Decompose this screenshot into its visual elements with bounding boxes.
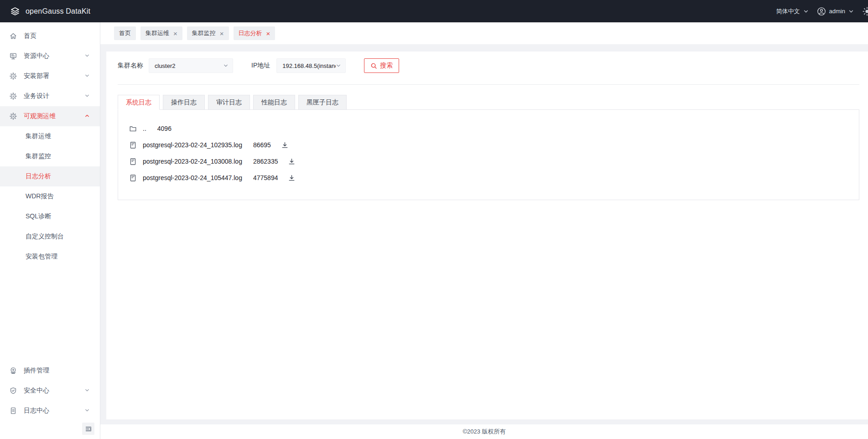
user-menu[interactable]: admin (817, 7, 854, 16)
sidebar-subitem-custom-console[interactable]: 自定义控制台 (0, 227, 100, 247)
sidebar-item-log-center[interactable]: 日志中心 (0, 401, 100, 421)
chevron-up-icon (84, 113, 90, 120)
chevron-down-icon (848, 9, 854, 14)
cluster-select[interactable]: cluster2 (149, 58, 233, 73)
sidebar-collapse-row (0, 421, 100, 439)
file-row[interactable]: postgresql-2023-02-24_103008.log 2862335 (129, 153, 859, 170)
sidebar-menu: 首页 资源中心 (0, 26, 100, 267)
download-icon (288, 174, 296, 182)
sidebar-item-label: 插件管理 (24, 367, 90, 375)
theme-toggle-sun-icon[interactable] (862, 6, 868, 16)
sidebar-subitem-label: 集群监控 (26, 152, 51, 160)
main-area: 首页 集群运维 × 集群监控 × 日志分析 × 集群名称 cluster2 (100, 22, 868, 439)
chevron-down-icon (84, 52, 90, 60)
language-switcher[interactable]: 简体中文 (776, 7, 809, 15)
page-tab-label: 日志分析 (239, 29, 262, 37)
file-row-parent-dir[interactable]: .. 4096 (129, 120, 859, 137)
file-name: postgresql-2023-02-24_103008.log (143, 158, 242, 165)
ip-address-label: IP地址 (251, 62, 270, 70)
cluster-select-value: cluster2 (155, 62, 176, 69)
file-size: 2862335 (253, 158, 278, 165)
copyright-text: ©2023 版权所有 (463, 428, 505, 436)
search-icon (370, 62, 377, 69)
log-type-tabs: 系统日志 操作日志 审计日志 性能日志 黑匣子日志 (118, 95, 859, 110)
log-tab-performance[interactable]: 性能日志 (253, 95, 295, 110)
sidebar-collapse-button[interactable] (82, 423, 94, 435)
page-tab-cluster-monitor[interactable]: 集群监控 × (187, 26, 229, 40)
close-icon[interactable]: × (220, 30, 224, 37)
file-row[interactable]: postgresql-2023-02-24_102935.log 86695 (129, 137, 859, 153)
sidebar-item-install-deploy[interactable]: 安装部署 (0, 66, 100, 86)
chevron-down-icon (84, 387, 90, 394)
file-icon (129, 174, 137, 182)
download-button[interactable] (288, 158, 296, 165)
sidebar: 首页 资源中心 (0, 22, 100, 439)
log-tab-blackbox[interactable]: 黑匣子日志 (298, 95, 347, 110)
brand: openGauss DataKit (9, 5, 90, 17)
sidebar-subitem-log-analysis[interactable]: 日志分析 (0, 166, 100, 186)
sidebar-item-home[interactable]: 首页 (0, 26, 100, 46)
log-tab-system[interactable]: 系统日志 (118, 95, 160, 110)
content-background: 集群名称 cluster2 IP地址 192.168.48.5(instance… (100, 44, 868, 424)
sidebar-item-business-design[interactable]: 业务设计 (0, 86, 100, 106)
log-tab-label: 性能日志 (261, 98, 287, 107)
file-row[interactable]: postgresql-2023-02-24_105447.log 4775894 (129, 170, 859, 186)
opengauss-logo-icon (9, 5, 21, 17)
page-tab-label: 首页 (119, 29, 131, 37)
sidebar-bottom-menu: 插件管理 安全中心 (0, 361, 100, 439)
gear-icon (9, 92, 17, 100)
document-icon (9, 407, 17, 415)
chevron-down-icon (84, 407, 90, 414)
topbar: openGauss DataKit 简体中文 admin (0, 0, 868, 22)
log-tab-operation[interactable]: 操作日志 (163, 95, 205, 110)
sidebar-subitem-label: 自定义控制台 (26, 232, 64, 241)
plugin-icon (9, 367, 17, 375)
log-tab-audit[interactable]: 审计日志 (208, 95, 250, 110)
log-tab-label: 审计日志 (216, 98, 242, 107)
sidebar-subitem-sql-diagnosis[interactable]: SQL诊断 (0, 207, 100, 227)
sidebar-item-observability-ops[interactable]: 可观测运维 (0, 106, 100, 126)
sidebar-subitem-label: SQL诊断 (26, 212, 51, 221)
sidebar-item-plugin-management[interactable]: 插件管理 (0, 361, 100, 381)
sidebar-item-label: 资源中心 (24, 52, 78, 60)
close-icon[interactable]: × (173, 30, 177, 37)
sidebar-item-label: 安全中心 (24, 387, 78, 395)
section-divider (118, 84, 859, 85)
shield-check-icon (9, 387, 17, 395)
sidebar-subitem-package-management[interactable]: 安装包管理 (0, 247, 100, 267)
search-button[interactable]: 搜索 (364, 58, 399, 73)
sidebar-item-label: 日志中心 (24, 407, 78, 415)
sidebar-subitem-label: 日志分析 (26, 172, 51, 181)
chevron-down-icon (336, 63, 341, 68)
sidebar-subitem-cluster-ops[interactable]: 集群运维 (0, 126, 100, 146)
username-label: admin (829, 8, 845, 15)
page-tab-label: 集群监控 (192, 29, 216, 37)
download-icon (288, 158, 296, 165)
chevron-down-icon (803, 9, 809, 14)
download-button[interactable] (281, 141, 289, 149)
sidebar-item-security-center[interactable]: 安全中心 (0, 381, 100, 401)
file-size: 86695 (253, 141, 271, 149)
sidebar-item-resource-center[interactable]: 资源中心 (0, 46, 100, 66)
file-name: .. (143, 125, 146, 132)
sidebar-item-label: 安装部署 (24, 72, 78, 80)
sidebar-subitem-wdr-report[interactable]: WDR报告 (0, 186, 100, 207)
footer: ©2023 版权所有 (100, 424, 868, 439)
ip-select[interactable]: 192.168.48.5(instance- (276, 58, 346, 73)
sidebar-subitem-cluster-monitor[interactable]: 集群监控 (0, 146, 100, 166)
sidebar-subitem-label: 安装包管理 (26, 253, 57, 261)
download-button[interactable] (288, 174, 296, 182)
log-analysis-card: 集群名称 cluster2 IP地址 192.168.48.5(instance… (106, 52, 868, 419)
close-icon[interactable]: × (266, 30, 270, 37)
gear-icon (9, 72, 17, 80)
page-tab-log-analysis[interactable]: 日志分析 × (234, 26, 275, 40)
cluster-name-label: 集群名称 (118, 62, 143, 70)
page-tab-home[interactable]: 首页 (114, 26, 136, 40)
page-tab-cluster-ops[interactable]: 集群运维 × (140, 26, 182, 40)
chevron-down-icon (223, 63, 229, 68)
file-icon (129, 158, 137, 165)
file-size: 4096 (157, 125, 172, 132)
search-button-label: 搜索 (380, 62, 393, 70)
monitor-icon (9, 52, 17, 60)
ip-select-value: 192.168.48.5(instance- (282, 62, 336, 69)
